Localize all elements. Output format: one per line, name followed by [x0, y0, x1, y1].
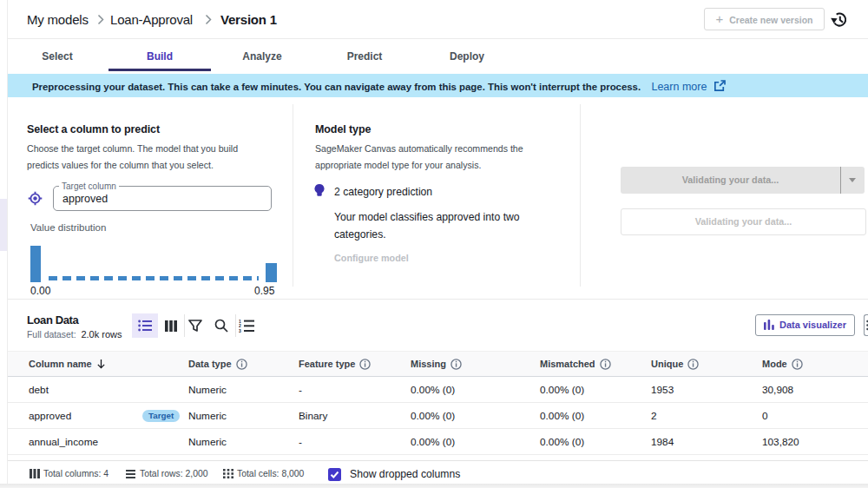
svg-text:3: 3: [239, 328, 241, 333]
